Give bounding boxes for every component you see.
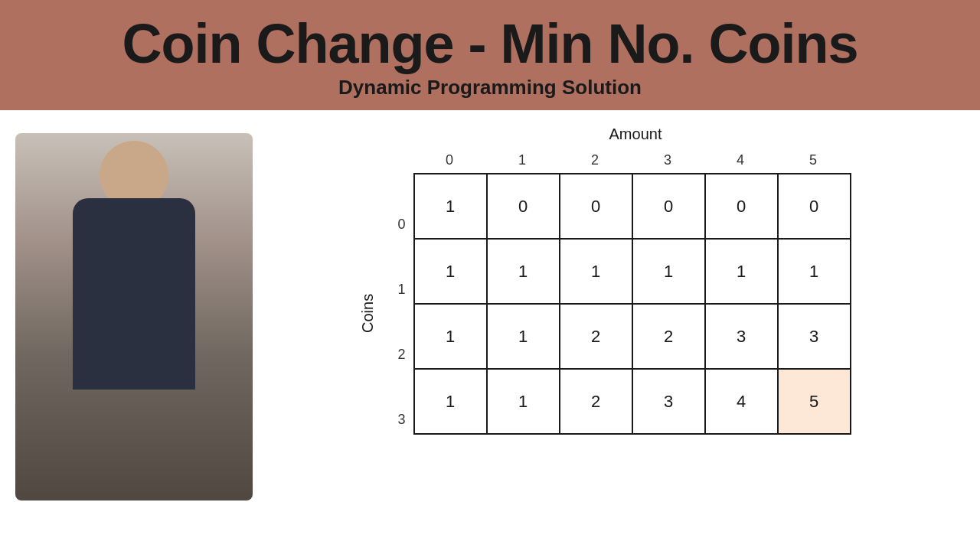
page-container: Coin Change - Min No. Coins Dynamic Prog… xyxy=(0,0,980,527)
col-header-0: 0 xyxy=(413,152,486,168)
col-header-1: 1 xyxy=(486,152,559,168)
row-indices: 0 1 2 3 xyxy=(383,192,413,452)
cell-2-3: 2 xyxy=(632,304,705,369)
coins-label: Coins xyxy=(359,252,377,374)
cell-0-2: 0 xyxy=(560,174,632,239)
cell-2-1: 1 xyxy=(487,304,560,369)
cell-1-0: 1 xyxy=(414,239,487,304)
col-headers: 0 1 2 3 4 5 xyxy=(413,152,851,168)
col-header-3: 3 xyxy=(632,152,704,168)
left-labels: Coins 0 1 2 3 xyxy=(359,152,413,452)
dp-table: 100000111111112233112345 xyxy=(413,173,851,435)
content-area: Amount Coins 0 1 2 3 xyxy=(0,110,980,527)
table-section: Amount Coins 0 1 2 3 xyxy=(253,126,957,452)
cell-2-0: 1 xyxy=(414,304,487,369)
header: Coin Change - Min No. Coins Dynamic Prog… xyxy=(0,0,980,110)
cell-3-5: 5 xyxy=(778,369,851,434)
cell-3-1: 1 xyxy=(487,369,560,434)
amount-label: Amount xyxy=(609,126,662,143)
col-header-4: 4 xyxy=(704,152,777,168)
cell-1-3: 1 xyxy=(632,239,705,304)
cell-1-4: 1 xyxy=(705,239,778,304)
cell-3-2: 2 xyxy=(560,369,632,434)
col-header-5: 5 xyxy=(777,152,850,168)
row-index-2: 2 xyxy=(383,322,413,387)
table-row: 112233 xyxy=(414,304,851,369)
cell-0-5: 0 xyxy=(778,174,851,239)
person-photo xyxy=(15,133,253,500)
row-index-0: 0 xyxy=(383,192,413,257)
cell-2-2: 2 xyxy=(560,304,632,369)
cell-1-2: 1 xyxy=(560,239,632,304)
cell-0-0: 1 xyxy=(414,174,487,239)
table-row: 112345 xyxy=(414,369,851,434)
col-header-2: 2 xyxy=(559,152,632,168)
cell-2-5: 3 xyxy=(778,304,851,369)
cell-0-1: 0 xyxy=(487,174,560,239)
row-index-3: 3 xyxy=(383,387,413,452)
cell-1-5: 1 xyxy=(778,239,851,304)
table-wrapper: Coins 0 1 2 3 0 1 2 3 xyxy=(359,152,851,452)
cell-2-4: 3 xyxy=(705,304,778,369)
cell-3-3: 3 xyxy=(632,369,705,434)
cell-0-3: 0 xyxy=(632,174,705,239)
row-index-1: 1 xyxy=(383,257,413,322)
cell-1-1: 1 xyxy=(487,239,560,304)
page-title: Coin Change - Min No. Coins xyxy=(23,14,957,74)
cell-0-4: 0 xyxy=(705,174,778,239)
table-row: 100000 xyxy=(414,174,851,239)
page-subtitle: Dynamic Programming Solution xyxy=(23,76,957,99)
table-row: 111111 xyxy=(414,239,851,304)
cell-3-0: 1 xyxy=(414,369,487,434)
grid-section: 0 1 2 3 4 5 100000111111112233112345 xyxy=(413,152,851,435)
cell-3-4: 4 xyxy=(705,369,778,434)
